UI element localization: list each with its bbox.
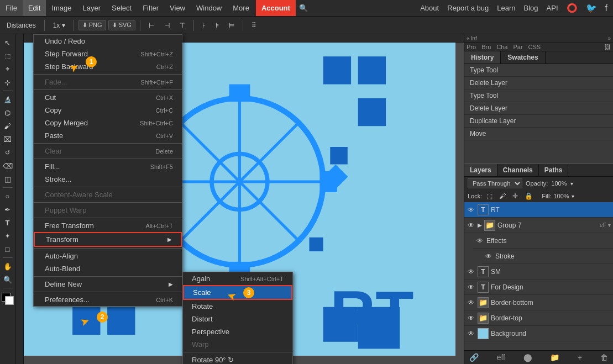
tool-path-select[interactable]: ✦ (2, 230, 14, 242)
about-link[interactable]: About (420, 4, 439, 12)
layer-group7[interactable]: 👁 ▶ 📁 Group 7 eff ▾ (464, 218, 613, 233)
edit-auto-blend[interactable]: Auto-Blend (34, 262, 182, 275)
layer-fordesign[interactable]: 👁 T For Design (464, 279, 613, 295)
tool-dodge[interactable]: ○ (2, 190, 14, 202)
transform-distort[interactable]: Distort (183, 313, 292, 325)
menu-file[interactable]: File (0, 0, 23, 16)
transform-rotate[interactable]: Rotate (183, 300, 292, 313)
fill-arrow[interactable]: ▾ (572, 193, 574, 199)
toolbar-align-center-h[interactable]: ⊣ (160, 20, 174, 31)
menu-select[interactable]: Select (106, 0, 137, 16)
layer-effects[interactable]: 👁 Effects (473, 233, 613, 249)
tool-hand[interactable]: ✋ (2, 260, 14, 272)
layer-RT[interactable]: 👁 T RT (464, 202, 613, 218)
lock-paint-btn[interactable]: 🖌 (497, 191, 508, 201)
toolbar-align-left[interactable]: ⊢ (145, 20, 158, 31)
history-item-1[interactable]: Delete Layer (464, 77, 613, 89)
lock-move-btn[interactable]: ✛ (510, 191, 520, 201)
tab-channels[interactable]: Channels (497, 164, 539, 176)
edit-cut[interactable]: Cut Ctrl+X (34, 91, 182, 104)
tool-shape[interactable]: □ (2, 243, 14, 255)
edit-auto-align[interactable]: Auto-Align (34, 250, 182, 262)
edit-paste[interactable]: Paste Ctrl+V (34, 129, 182, 142)
history-item-5[interactable]: Move (464, 128, 613, 140)
tool-brush[interactable]: 🖌 (2, 120, 14, 132)
tool-move[interactable]: ↖ (2, 36, 14, 49)
toolbar-align-top[interactable]: ⊦ (198, 20, 209, 31)
menu-more[interactable]: More (227, 0, 255, 16)
tool-select[interactable]: ⬚ (2, 50, 14, 62)
edit-step-forward[interactable]: Step Forward Shift+Ctrl+Z (34, 48, 182, 60)
eye-background[interactable]: 👁 (467, 330, 475, 337)
edit-transform[interactable]: Transform ▶ (34, 232, 182, 247)
lock-all-btn[interactable]: 🔒 (522, 191, 535, 201)
transform-perspective[interactable]: Perspective (183, 325, 292, 338)
opacity-arrow[interactable]: ▾ (570, 181, 573, 187)
layers-link-btn[interactable]: 🔗 (468, 352, 480, 362)
toolbar-distances[interactable]: Distances (3, 20, 40, 31)
blend-mode-select[interactable]: Pass Through (468, 178, 522, 188)
tool-zoom[interactable]: 🔍 (2, 273, 14, 286)
blog-link[interactable]: Blog (524, 4, 538, 12)
edit-define-new[interactable]: Define New ▶ (34, 278, 182, 291)
history-item-3[interactable]: Delete Layer (464, 102, 613, 115)
eye-border-bottom[interactable]: 👁 (467, 299, 475, 307)
expand-group7[interactable]: ▶ (478, 222, 482, 228)
history-item-0[interactable]: Type Tool (464, 64, 613, 77)
toolbar-zoom[interactable]: 1x ▾ (49, 20, 69, 31)
transform-rotate-90-cw[interactable]: Rotate 90° ↻ (183, 354, 292, 364)
menu-filter[interactable]: Filter (137, 0, 164, 16)
toolbar-align-center-v[interactable]: ⊧ (212, 20, 223, 31)
edit-fill[interactable]: Fill... Shift+F5 (34, 160, 182, 173)
layers-group-btn[interactable]: 📁 (548, 352, 561, 362)
toolbar-svg-btn[interactable]: ⬇ SVG (108, 20, 135, 30)
layer-border-top[interactable]: 👁 📁 Border-top (464, 310, 613, 326)
edit-copy-merged[interactable]: Copy Merged Shift+Ctrl+C (34, 117, 182, 129)
menu-layer[interactable]: Layer (77, 0, 107, 16)
tool-gradient[interactable]: ◫ (2, 173, 14, 185)
tool-clone-stamp[interactable]: ⌧ (2, 133, 14, 145)
layer-background[interactable]: 👁 Background (464, 326, 613, 341)
edit-step-backward[interactable]: Step Backward Ctrl+Z (34, 60, 182, 73)
toolbar-png-btn[interactable]: ⬇ PNG (78, 20, 106, 30)
transform-scale[interactable]: Scale (183, 285, 292, 300)
menu-view[interactable]: View (164, 0, 191, 16)
toolbar-distribute[interactable]: ⠿ (248, 20, 260, 31)
tool-lasso[interactable]: ⌖ (2, 63, 14, 75)
color-picker[interactable] (2, 293, 14, 305)
menu-window[interactable]: Window (191, 0, 227, 16)
edit-stroke[interactable]: Stroke... (34, 173, 182, 186)
lock-pixels-btn[interactable]: ⬚ (484, 191, 495, 201)
info-image-icon[interactable]: 🖼 (605, 44, 611, 50)
tool-crop[interactable]: ⊹ (2, 76, 14, 88)
eye-RT[interactable]: 👁 (467, 206, 475, 214)
edit-preferences[interactable]: Preferences... Ctrl+K (34, 293, 182, 306)
report-bug-link[interactable]: Report a bug (447, 4, 489, 12)
toolbar-align-right[interactable]: ⊤ (176, 20, 189, 31)
eye-stroke[interactable]: 👁 (484, 252, 493, 260)
search-icon[interactable]: 🔍 (299, 4, 308, 12)
learn-link[interactable]: Learn (497, 4, 515, 12)
reddit-icon[interactable]: ⭕ (567, 3, 578, 13)
layer-border-bottom[interactable]: 👁 📁 Border-bottom (464, 295, 613, 310)
layers-mask-btn[interactable]: ⬤ (522, 352, 534, 362)
transform-again[interactable]: Again Shift+Alt+Ctrl+T (183, 272, 292, 285)
transform-submenu[interactable]: Again Shift+Alt+Ctrl+T Scale Rotate Dist… (182, 272, 293, 364)
layers-delete-btn[interactable]: 🗑 (599, 352, 610, 362)
menu-edit[interactable]: Edit (23, 0, 46, 16)
edit-menu[interactable]: Undo / Redo Step Forward Shift+Ctrl+Z St… (33, 34, 182, 307)
tool-pen[interactable]: ✒ (2, 203, 14, 215)
layer-options-group7[interactable]: ▾ (608, 222, 611, 228)
api-link[interactable]: API (547, 4, 558, 12)
tab-layers[interactable]: Layers (464, 164, 497, 176)
edit-undo[interactable]: Undo / Redo (34, 35, 182, 48)
layers-new-btn[interactable]: + (576, 352, 584, 362)
panel-expand-right[interactable]: » (607, 35, 611, 41)
panel-collapse-left[interactable]: « (467, 35, 470, 41)
tool-type[interactable]: T (2, 217, 14, 229)
menu-account[interactable]: Account (256, 0, 296, 16)
eye-group7[interactable]: 👁 (467, 221, 475, 229)
edit-free-transform[interactable]: Free Transform Alt+Ctrl+T (34, 219, 182, 232)
history-item-2[interactable]: Type Tool (464, 89, 613, 102)
layer-stroke[interactable]: 👁 Stroke (482, 249, 613, 264)
